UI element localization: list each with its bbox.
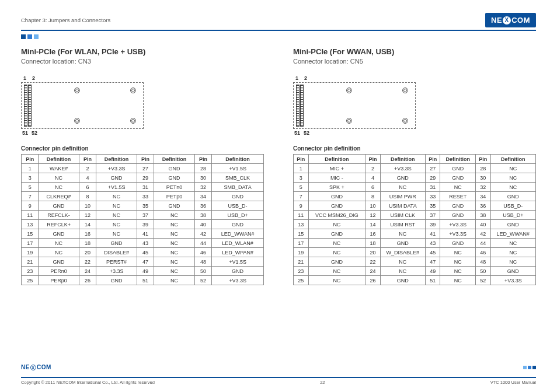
pin-cell: 18 (365, 239, 381, 248)
pin-cell: 24 (365, 267, 381, 276)
table-row: 1MIC +2+V3.3S27GND28NC (294, 164, 536, 173)
pin-cell: 27 (137, 164, 154, 173)
connector-diagram: 1 2 51 52 (293, 75, 536, 136)
pin-cell: 10 (79, 201, 96, 211)
table-header: Pin (194, 155, 211, 164)
pin-cell: 52 (476, 276, 491, 285)
table-header: Definition (490, 155, 535, 164)
definition-cell: NC (440, 276, 476, 285)
definition-cell: GND (380, 239, 425, 248)
table-row: 25NC26GND51NC52+V3.3S (294, 276, 536, 285)
definition-cell: GND (440, 201, 476, 211)
definition-cell: USB_D+ (490, 211, 535, 220)
pin-cell: 52 (194, 276, 211, 285)
definition-cell: NC (39, 239, 79, 248)
table-row: 21GND22PERST#47NC48+V1.5S (22, 257, 264, 267)
pin-cell: 22 (79, 257, 96, 267)
pinbar-icon (296, 85, 300, 127)
pin-cell: 31 (137, 183, 154, 192)
table-header: Definition (154, 155, 195, 164)
definition-cell: GND (39, 257, 79, 267)
definition-cell: VCC MSM26_DIG (308, 211, 365, 220)
definition-cell: NC (308, 220, 365, 229)
standoff-icon (74, 118, 80, 124)
pin-cell: 5 (22, 183, 39, 192)
definition-cell: GND (39, 229, 79, 239)
definition-cell: USIM CLK (380, 211, 425, 220)
definition-cell: NC (490, 239, 535, 248)
square-icon (21, 34, 26, 39)
connector-diagram: 1 2 51 52 (21, 75, 264, 136)
footer-row: Copyright © 2011 NEXCOM International Co… (21, 380, 536, 385)
definition-cell: NC (490, 248, 535, 257)
header-bar: Chapter 3: Jumpers and Connectors NEXCOM (21, 13, 536, 31)
pin-cell: 43 (137, 239, 154, 248)
table-row: 9GND10NC35GND36USB_D- (22, 201, 264, 211)
pin-cell: 14 (365, 220, 381, 229)
pin-cell: 21 (294, 257, 309, 267)
pin-cell: 20 (79, 248, 96, 257)
standoff-icon (402, 118, 408, 124)
pin-cell: 44 (194, 239, 211, 248)
main-content: Mini-PCIe (For WLAN, PCIe + USB) Connect… (21, 47, 536, 285)
definition-cell: NC (154, 276, 195, 285)
section-subtitle: Connector location: CN5 (293, 58, 536, 65)
table-row: 25PERp026GND51NC52+V3.3S (22, 276, 264, 285)
definition-cell: GND (380, 173, 425, 183)
definition-cell: NC (96, 220, 137, 229)
definition-cell: GND (308, 229, 365, 239)
table-header: Pin (425, 155, 440, 164)
pin-cell: 37 (425, 211, 440, 220)
definition-cell: GND (490, 220, 535, 229)
pin-cell: 39 (425, 220, 440, 229)
table-header-row: PinDefinitionPinDefinitionPinDefinitionP… (294, 155, 536, 164)
definition-cell: REFCLK+ (39, 220, 79, 229)
table-row: 11VCC MSM26_DIG12USIM CLK37GND38USB_D+ (294, 211, 536, 220)
definition-cell: NC (308, 267, 365, 276)
table-header: Pin (294, 155, 309, 164)
pin-cell: 33 (425, 192, 440, 201)
pin-cell: 19 (294, 248, 309, 257)
pin-cell: 45 (425, 248, 440, 257)
pinbar-icon (28, 85, 32, 127)
pin-cell: 29 (137, 173, 154, 183)
definition-cell: NC (308, 239, 365, 248)
pin-cell: 1 (22, 164, 39, 173)
pin-cell: 51 (425, 276, 440, 285)
definition-cell: NC (154, 248, 195, 257)
definition-cell: USIM PWR (380, 192, 425, 201)
pin-cell: 38 (194, 211, 211, 220)
table-row: 19NC20W_DISABLE#45NC46NC (294, 248, 536, 257)
pin-cell: 9 (22, 201, 39, 211)
pin-cell: 15 (294, 229, 309, 239)
definition-cell: GND (308, 257, 365, 267)
definition-cell: LED_WWAN# (212, 229, 264, 239)
pin-cell: 16 (365, 229, 381, 239)
definition-cell: PERp0 (39, 276, 79, 285)
square-icon (532, 366, 536, 369)
table-caption: Connector pin definition (21, 145, 264, 152)
square-icon (27, 34, 32, 39)
definition-cell: PETp0 (154, 192, 195, 201)
definition-cell: GND (212, 192, 264, 201)
table-row: 17NC18GND43NC44LED_WLAN# (22, 239, 264, 248)
pin-cell: 12 (365, 211, 381, 220)
definition-cell: NC (490, 173, 535, 183)
table-header: Pin (365, 155, 381, 164)
diagram-top-labels: 1 2 (23, 75, 264, 81)
definition-cell: +V3.3S (96, 164, 137, 173)
definition-cell: LED_WWAN# (490, 229, 535, 239)
square-icon (528, 366, 531, 369)
definition-cell: NC (490, 164, 535, 173)
pin-cell: 21 (22, 257, 39, 267)
pin-cell: 5 (294, 183, 309, 192)
pin-cell: 49 (137, 267, 154, 276)
table-header: Definition (308, 155, 365, 164)
definition-cell: NC (96, 211, 137, 220)
pin-cell: 45 (137, 248, 154, 257)
definition-cell: GND (154, 173, 195, 183)
definition-cell: MIC - (308, 173, 365, 183)
definition-cell: USB_D- (212, 201, 264, 211)
definition-cell: NC (154, 220, 195, 229)
diagram-box (293, 82, 416, 129)
